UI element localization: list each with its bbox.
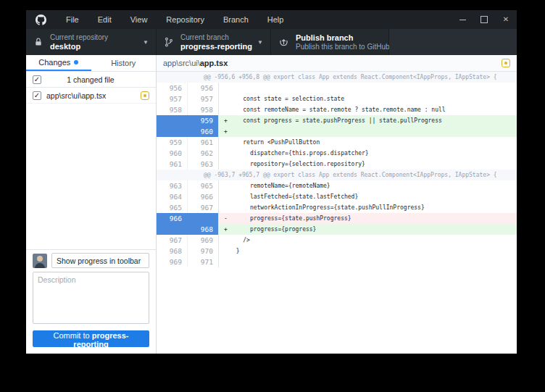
diff-rows: @@ -956,6 +956,8 @@ export class App ext… <box>157 72 517 354</box>
new-line-number[interactable]: 963 <box>188 159 219 170</box>
menu-view[interactable]: View <box>121 10 157 29</box>
include-all-checkbox[interactable]: ✓ <box>33 75 41 84</box>
code-cell: const state = selection.state <box>219 93 517 104</box>
commit-button-prefix: Commit to <box>54 331 92 340</box>
new-line-number[interactable]: 968 <box>188 224 219 235</box>
diff-line-row[interactable]: 959+ const progress = state.pushProgress… <box>157 115 517 126</box>
diff-line-row[interactable]: 956956 <box>157 83 517 93</box>
new-line-number[interactable]: 960 <box>188 126 219 137</box>
new-line-number[interactable]: 967 <box>188 202 219 213</box>
repository-label: Current repository <box>50 33 108 42</box>
publish-subtitle: Publish this branch to GitHub <box>296 43 381 51</box>
diff-line-row[interactable]: 960962 dispatcher={this.props.dispatcher… <box>157 148 517 159</box>
commit-button[interactable]: Commit to progress-reporting <box>33 330 149 347</box>
code-cell: lastFetched={state.lastFetched} <box>219 191 517 202</box>
code-text: remoteName={remoteName} <box>229 183 330 189</box>
diff-hunk-row[interactable]: @@ -963,7 +965,7 @@ export class App ext… <box>157 170 517 180</box>
new-line-number[interactable]: 957 <box>188 93 219 104</box>
changed-file-row[interactable]: ✓ app\src\ui\app.tsx <box>26 88 156 104</box>
old-line-number[interactable]: 959 <box>157 137 188 148</box>
code-cell: repository={selection.repository} <box>219 159 517 170</box>
commit-summary-input[interactable] <box>51 253 149 268</box>
old-line-number[interactable]: 960 <box>157 148 188 159</box>
diff-hunk-row[interactable]: @@ -956,6 +956,8 @@ export class App ext… <box>157 72 517 83</box>
diff-line-row[interactable]: 959961 return <PushPullButton <box>157 137 517 148</box>
diff-line-row[interactable]: 967969 /> <box>157 235 517 246</box>
old-line-number[interactable]: 963 <box>157 180 188 191</box>
diff-marker: - <box>224 213 228 224</box>
new-line-number[interactable]: 971 <box>188 257 219 267</box>
current-branch-button[interactable]: Current branch progress-reporting ▼ <box>157 29 271 55</box>
menu-edit[interactable]: Edit <box>88 10 121 29</box>
file-checkbox[interactable]: ✓ <box>33 91 41 100</box>
new-line-number[interactable]: 969 <box>188 235 219 246</box>
diff-line-row[interactable]: 965967 networkActionInProgress={state.pu… <box>157 202 517 213</box>
new-line-number[interactable] <box>188 213 219 224</box>
diff-line-row[interactable]: 957957 const state = selection.state <box>157 93 517 104</box>
old-line-number[interactable] <box>157 126 188 137</box>
tab-changes[interactable]: Changes <box>26 55 91 71</box>
github-logo-icon <box>36 14 46 25</box>
code-cell: return <PushPullButton <box>219 137 517 148</box>
old-line-number[interactable] <box>157 224 188 235</box>
new-line-number[interactable]: 965 <box>188 180 219 191</box>
diff-line-row[interactable]: 968+ progress={progress} <box>157 224 517 235</box>
diff-line-row[interactable]: 963965 remoteName={remoteName} <box>157 180 517 191</box>
tab-changes-label: Changes <box>38 58 70 67</box>
new-line-number[interactable]: 958 <box>188 104 219 115</box>
diff-line-row[interactable]: 964966 lastFetched={state.lastFetched} <box>157 191 517 202</box>
menu-repository[interactable]: Repository <box>157 10 214 29</box>
maximize-button[interactable] <box>473 10 495 29</box>
tab-history[interactable]: History <box>91 55 157 71</box>
diff-line-row[interactable]: 961963 repository={selection.repository} <box>157 159 517 170</box>
menu-file[interactable]: File <box>57 10 88 29</box>
code-text: repository={selection.repository} <box>229 161 365 167</box>
code-text: lastFetched={state.lastFetched} <box>229 193 358 200</box>
commit-description-input[interactable] <box>33 272 149 324</box>
changed-files-count: 1 changed file <box>41 75 140 84</box>
old-line-number[interactable]: 969 <box>157 257 188 267</box>
diff-line-row[interactable]: 966- progress={state.pushProgress} <box>157 213 517 224</box>
code-text: } <box>229 248 239 254</box>
diff-line-row[interactable]: 960+ <box>157 126 517 137</box>
minimize-button[interactable] <box>452 10 473 29</box>
diff-line-row[interactable]: 958958 const remoteName = state.remote ?… <box>157 104 517 115</box>
menu-help[interactable]: Help <box>258 10 294 29</box>
menu-branch[interactable]: Branch <box>214 10 258 29</box>
diff-file-path: app\src\ui\app.tsx <box>163 59 502 67</box>
old-line-number[interactable]: 966 <box>157 213 188 224</box>
new-line-number[interactable]: 961 <box>188 137 219 148</box>
chevron-down-icon: ▼ <box>137 39 149 46</box>
diff-line-row[interactable]: 968970 } <box>157 246 517 257</box>
current-repository-button[interactable]: Current repository desktop ▼ <box>26 29 157 55</box>
new-line-number[interactable]: 956 <box>188 83 219 93</box>
new-line-number[interactable]: 959 <box>188 115 219 126</box>
old-line-number[interactable]: 965 <box>157 202 188 213</box>
old-line-number[interactable]: 967 <box>157 235 188 246</box>
new-line-number[interactable]: 970 <box>188 246 219 257</box>
hunk-header-text: @@ -963,7 +965,7 @@ export class App ext… <box>157 170 517 180</box>
new-line-number[interactable]: 966 <box>188 191 219 202</box>
commit-area: Commit to progress-reporting <box>26 249 156 354</box>
code-cell <box>219 257 517 267</box>
old-line-number[interactable]: 968 <box>157 246 188 257</box>
code-cell: const remoteName = state.remote ? state.… <box>219 104 517 115</box>
diff-line-row[interactable]: 969971 <box>157 257 517 267</box>
code-cell: dispatcher={this.props.dispatcher} <box>219 148 517 159</box>
diff-marker: + <box>224 126 228 137</box>
code-text: return <PushPullButton <box>229 139 320 146</box>
old-line-number[interactable]: 958 <box>157 104 188 115</box>
window-controls: ✕ <box>452 10 517 29</box>
new-line-number[interactable]: 962 <box>188 148 219 159</box>
chevron-down-icon: ▼ <box>251 39 263 46</box>
git-branch-icon <box>164 37 174 47</box>
code-cell: - progress={state.pushProgress} <box>219 213 517 224</box>
old-line-number[interactable]: 964 <box>157 191 188 202</box>
publish-branch-button[interactable]: Publish branch Publish this branch to Gi… <box>271 29 389 55</box>
code-text: const state = selection.state <box>229 96 344 102</box>
old-line-number[interactable]: 961 <box>157 159 188 170</box>
old-line-number[interactable]: 957 <box>157 93 188 104</box>
close-button[interactable]: ✕ <box>495 10 517 29</box>
old-line-number[interactable] <box>157 115 188 126</box>
old-line-number[interactable]: 956 <box>157 83 188 93</box>
